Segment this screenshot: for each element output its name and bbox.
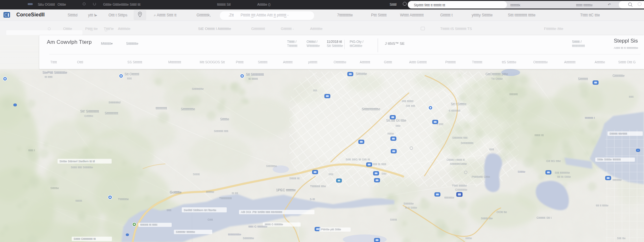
svg-text:Pttttttttttt Gttte: Pttttttttttt Gttte xyxy=(472,175,490,178)
svg-text:Gtttttte: Gtttttte xyxy=(84,114,93,118)
svg-text:Otttttt t ttttttt tt: Otttttt t ttttttt tt xyxy=(447,158,465,161)
svg-text:t tttttt: t tttttt xyxy=(437,123,444,126)
svg-text:tttttt: tttttt xyxy=(489,148,494,151)
svg-text:ttt tttt: ttt tttt xyxy=(232,192,238,195)
svg-text:Sttttt ttttt Stttttttte: Sttttt ttttt Stttttttte xyxy=(71,165,93,169)
svg-text:Tttttttttttttt: Tttttttttttttt xyxy=(219,196,232,200)
svg-text:ttttt: ttttt xyxy=(313,89,317,92)
svg-text:Sttttttttttttttte: Sttttttttttttttte xyxy=(362,107,380,111)
svg-text:Stl.tttt Gt tttte: Stl.tttt Gt tttte xyxy=(386,118,406,122)
svg-text:tttt tt tttttte: tttt tt tttttte xyxy=(596,204,608,207)
svg-text:tttttttttte: tttttttttte xyxy=(444,196,454,199)
svg-text:Stttttttt ttttrtttttt: Stttttttt ttttrtttttt xyxy=(609,132,627,135)
svg-text:ttt tttttttt: ttt tttttttt xyxy=(248,77,258,80)
svg-text:Stttttttte: Stttttttte xyxy=(356,72,367,76)
svg-text:Stttttttttttte: Stttttttttttte xyxy=(181,107,195,111)
svg-text:ttttt tttttttt: ttttt tttttttt xyxy=(402,99,414,103)
svg-text:Stetltttl Stttlttem ttrt ftter: Stetltttl Stttlttem ttrt fttertte xyxy=(184,209,216,212)
svg-text:Tttttttttte: Tttttttttte xyxy=(118,197,129,201)
svg-text:Stttttte: Stttttte xyxy=(220,118,229,121)
svg-text:tttttttt G tttttttttte: tttttttt G tttttttttte xyxy=(265,223,283,226)
svg-text:Stttttt: Stttttt xyxy=(390,218,397,221)
svg-text:tttttt G tttttttttte: tttttt G tttttttttte xyxy=(248,225,267,228)
svg-text:Gotttttte: Gotttttte xyxy=(170,190,182,194)
svg-text:Stttttttte: Stttttttte xyxy=(403,202,414,205)
svg-text:Gtttttttt Stt t: Gtttttttt Stt t xyxy=(536,216,552,219)
svg-text:Stttttt Gtttttttttttt ttt: Stttttt Gtttttttttttt ttt xyxy=(74,237,96,240)
svg-text:ttttttt ttt: ttttttt ttt xyxy=(535,133,544,137)
svg-text:Sttttttttttttt: Sttttttttttttt xyxy=(461,141,474,145)
svg-text:tttt ttt Stttte: tttt ttt Stttte xyxy=(557,175,571,178)
svg-text:Ptttrttte pttt Stttte: Ptttrttte pttt Stttte xyxy=(321,228,341,231)
svg-text:OOtt tte: OOtt tte xyxy=(497,210,507,214)
svg-text:Strttte Stttnterl Stetllern tt: Strttte Stttnterl Stetllern ttt ttl xyxy=(59,160,95,163)
svg-text:Stt’ Sttttttttttt: Stt’ Sttttttttttt xyxy=(80,109,99,113)
svg-text:Sttttttttt: Sttttttttt xyxy=(578,77,588,81)
svg-text:Gttttttttte: Gttttttttte xyxy=(613,74,625,78)
svg-text:tttttttttt t: tttttttttt t xyxy=(585,116,595,119)
svg-text:Stttttttttt ttttt: Stttttttttt ttttt xyxy=(452,136,468,139)
svg-text:Sttttte: Sttttte xyxy=(518,170,525,173)
svg-text:Stttttttttte: Stttttttttte xyxy=(243,237,254,240)
svg-text:Sttttttttt ttttt: Sttttttttt ttttt xyxy=(214,129,228,133)
svg-text:Stttte Stttttte ttttttttttt: Stttte Stttttte ttttttttttt xyxy=(597,158,621,161)
svg-text:Stttt SttG ttt Gttt ttt: Stttt SttG ttt Gttt ttt xyxy=(346,158,370,161)
svg-text:Stl Stttttttttttt: Stl Stttttttttttt xyxy=(246,72,264,76)
svg-text:tttttte: tttttte xyxy=(465,236,472,240)
svg-text:tttttt: tttttt xyxy=(167,209,172,212)
svg-text:Stttttt ttt: Stttttt ttt xyxy=(289,176,300,180)
svg-text:tttttt: tttttt xyxy=(127,77,132,80)
svg-text:tt ttttttttttt: tt ttttttttttt xyxy=(449,109,460,112)
svg-text:tttte: tttte xyxy=(396,124,401,127)
svg-text:Sttt tte: Sttt tte xyxy=(617,236,625,240)
svg-text:tttttt t: tttttt t xyxy=(28,148,35,152)
svg-text:Stttttt ttte: Stttttt ttte xyxy=(481,216,493,220)
svg-text:Ttt Otttte: Ttt Otttte xyxy=(491,77,503,80)
svg-text:ttt tttttt: ttt tttttt xyxy=(45,75,53,78)
svg-text:SttttttttttStttte: SttttttttttStttte xyxy=(450,162,467,165)
svg-text:tttttt: tttttt xyxy=(329,173,334,176)
svg-text:Sttt ttttt: Sttt ttttt xyxy=(406,104,415,107)
svg-text:Sttttttttttttt: Sttttttttttttt xyxy=(105,112,118,115)
svg-text:ttttttttte: ttttttttte xyxy=(613,178,622,182)
svg-text:Stttttttttr ttttttttte: Stttttttttr ttttttttte xyxy=(176,230,195,233)
svg-text:1PEC tttttttte: 1PEC tttttttte xyxy=(276,188,296,192)
svg-text:Gtttttttttte: Gtttttttttte xyxy=(455,188,467,191)
svg-text:Gtt ttG tttte: Gtt ttG tttte xyxy=(546,159,561,163)
svg-text:Stt t Stttttte: Stt t Stttttte xyxy=(451,102,467,106)
svg-text:tttttt: tttttt xyxy=(629,95,634,98)
svg-text:Stte: Stte xyxy=(381,172,386,175)
svg-text:S‑ttt: S‑ttt xyxy=(310,198,315,201)
svg-text:tttttttttt: tttttttttt xyxy=(509,92,518,96)
svg-text:Stttttttttte: Stttttttttte xyxy=(192,87,204,90)
svg-text:ttt tt Stttte: ttt tt Stttte xyxy=(405,206,417,209)
svg-text:ttttt ttt tttttt: ttttt ttt tttttt xyxy=(373,162,386,166)
svg-text:ttttttttttt ttt ttttttt: ttttttttttt ttt ttttttt xyxy=(140,223,158,226)
svg-text:Tttttt tttttttte: Tttttt tttttttte xyxy=(452,184,467,187)
svg-text:Stttttt: Stttttt xyxy=(193,172,200,176)
svg-text:tttttte: tttttte xyxy=(387,132,394,135)
svg-text:Gtttt: Gtttt xyxy=(208,218,213,221)
svg-text:GttOttttttttt pttte: GttOttttttttt pttte xyxy=(486,72,508,76)
svg-text:Atlt OGt .Pttr ttrttlttt ttttt: Atlt OGt .Pttr ttrttlttt tttttt ttttrttt… xyxy=(241,210,282,214)
svg-text:tttttttt: tttttttt xyxy=(75,199,82,202)
svg-text:Sttttttttte: Sttttttttte xyxy=(266,164,277,168)
svg-text:StePtttl Stttttttttte: StePtttl Stttttttttte xyxy=(42,71,67,74)
svg-text:Stttttte: Stttttte xyxy=(50,186,59,190)
svg-text:Ttttttttttt tttte: Ttttttttttt tttte xyxy=(310,184,326,188)
svg-text:Ittttttte: Ittttttte xyxy=(206,190,214,193)
svg-text:Sttttttttttd: Sttttttttttd xyxy=(108,101,120,104)
svg-text:ttttttttttttt: ttttttttttttt xyxy=(156,107,167,110)
svg-text:Sttt tttttttttte: Sttt tttttttttte xyxy=(555,171,570,174)
svg-text:tttttttttttttte: tttttttttttttte xyxy=(228,233,241,236)
svg-text:Stt Otttttttl: Stt Otttttttl xyxy=(125,72,139,76)
